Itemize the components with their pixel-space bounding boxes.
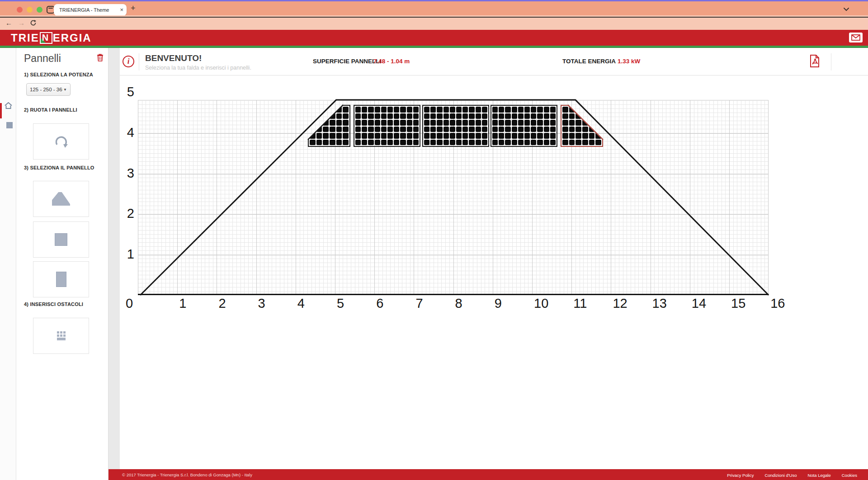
y-tick-label: 3 [119, 167, 134, 179]
solar-cell [381, 140, 387, 146]
solar-cell [381, 120, 387, 126]
power-select-dropdown[interactable]: 125 - 250 - 360 W F ▼ [26, 83, 71, 96]
mail-icon [851, 34, 860, 41]
solar-cell [482, 107, 487, 113]
solar-cell [362, 107, 367, 113]
solar-cell [531, 113, 536, 119]
solar-cell [450, 127, 455, 132]
info-icon[interactable]: i [123, 56, 134, 67]
solar-cell [456, 133, 462, 139]
solar-cell [476, 127, 481, 132]
solar-cell [394, 107, 399, 113]
solar-cell [381, 107, 387, 113]
step1-label: 1) SELEZIONA LA POTENZA [24, 72, 93, 77]
solar-cell [430, 107, 436, 113]
solar-cell [531, 140, 536, 146]
insert-obstacle-button[interactable] [33, 318, 89, 354]
solar-cell [430, 133, 436, 139]
solar-cell [387, 120, 393, 126]
window-minimize-button[interactable] [27, 7, 33, 13]
power-select-value: 125 - 250 - 360 W F [30, 87, 62, 92]
solar-cell [518, 113, 524, 119]
solar-cell [355, 127, 361, 132]
reload-button[interactable] [30, 19, 37, 26]
new-tab-button[interactable]: + [131, 4, 136, 13]
list-tabs-chevron-icon[interactable] [843, 6, 850, 12]
x-tick-label: 7 [415, 296, 423, 311]
solar-cell [524, 127, 530, 132]
solar-cell [456, 140, 462, 146]
solar-cell [407, 113, 412, 119]
surface-value: 7.48 - 1.04 m [373, 58, 410, 65]
panel-shape-square-button[interactable] [33, 221, 89, 258]
solar-cell [362, 113, 367, 119]
solar-cell [524, 120, 530, 126]
back-button[interactable]: ← [5, 19, 12, 27]
footer-link[interactable]: Nota Legale [807, 473, 830, 478]
export-pdf-icon[interactable] [809, 54, 821, 68]
solar-cell [524, 107, 530, 113]
solar-cell [381, 113, 387, 119]
solar-panel[interactable] [491, 105, 557, 147]
solar-cell [550, 113, 556, 119]
trienergia-logo[interactable]: TRIE N ERGIA [11, 32, 92, 44]
solar-cell [437, 127, 442, 132]
solar-cell [462, 133, 468, 139]
welcome-title: BENVENUTO! [145, 53, 202, 63]
solar-cell [413, 107, 419, 113]
window-close-button[interactable] [17, 7, 23, 13]
sidebar-pannelli: Pannelli 1) SELEZIONA LA POTENZA 125 - 2… [16, 48, 108, 480]
solar-cell [544, 113, 549, 119]
solar-cell [512, 113, 517, 119]
solar-panel[interactable] [422, 105, 489, 147]
footer-link[interactable]: Condizioni d'Uso [764, 473, 797, 478]
footer-link[interactable]: Privacy Policy [727, 473, 754, 478]
solar-cell [387, 127, 393, 132]
y-tick-label: 2 [119, 207, 134, 220]
solar-cell [387, 133, 393, 139]
solar-panel[interactable] [354, 105, 420, 147]
solar-cell [450, 133, 455, 139]
home-icon[interactable] [5, 102, 12, 109]
window-zoom-button[interactable] [37, 7, 42, 13]
x-tick-label: 13 [652, 296, 667, 311]
solar-cell [424, 107, 429, 113]
panel-shape-triangle-button[interactable] [33, 181, 89, 217]
tab-close-icon[interactable]: × [120, 6, 123, 13]
solar-cell [550, 127, 556, 132]
panels-tool-icon[interactable] [6, 122, 13, 128]
solar-cell [387, 113, 393, 119]
solar-cell [424, 113, 429, 119]
x-tick-label: 16 [770, 296, 785, 311]
solar-panel[interactable] [308, 105, 350, 147]
solar-cell [443, 140, 449, 146]
solar-cell [482, 133, 487, 139]
browser-tab[interactable]: TRIENERGIA - Theme × [54, 4, 127, 16]
solar-panel-selected[interactable] [561, 105, 603, 147]
solar-cell [492, 107, 498, 113]
solar-cell [430, 113, 436, 119]
solar-cell [456, 113, 462, 119]
trash-icon[interactable] [97, 54, 104, 61]
solar-cell [482, 120, 487, 126]
solar-cell [544, 127, 549, 132]
step2-label: 2) RUOTA I PANNELLI [24, 107, 77, 113]
solar-cell [537, 107, 542, 113]
rotate-panels-button[interactable] [33, 123, 89, 160]
browser-toolbar: ← → https://designer.trienergia.com/inde… [0, 15, 868, 30]
footer-link[interactable]: Cookies [842, 473, 857, 478]
solar-cell [407, 107, 412, 113]
panel-shape-vertical-button[interactable] [33, 261, 89, 297]
solar-cell [443, 107, 449, 113]
solar-cell [505, 140, 510, 146]
solar-cell [381, 127, 387, 132]
square-panel-icon [55, 233, 67, 246]
forward-button[interactable]: → [18, 19, 25, 27]
hamburger-menu-icon[interactable] [0, 17, 868, 18]
solar-cell [387, 107, 393, 113]
contact-mail-button[interactable] [849, 33, 863, 42]
solar-cell [430, 120, 436, 126]
solar-cell [375, 107, 380, 113]
solar-cell [462, 140, 468, 146]
obstacle-icon [57, 331, 66, 340]
